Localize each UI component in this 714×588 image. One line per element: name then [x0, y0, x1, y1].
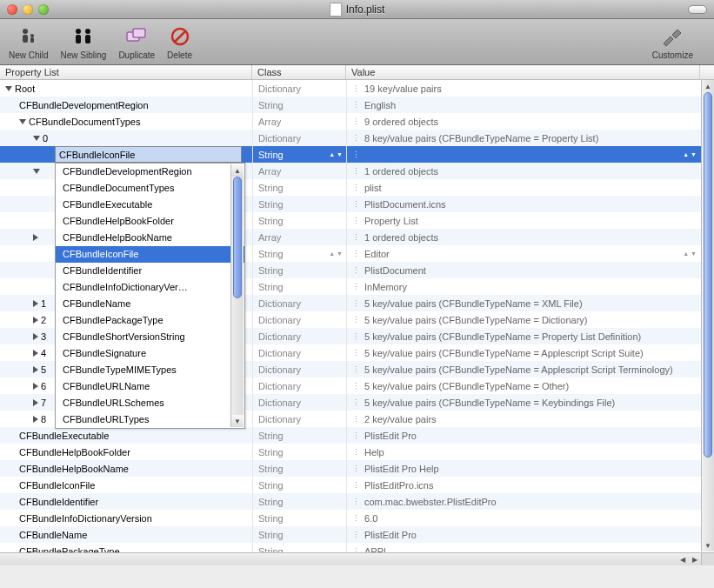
- table-row[interactable]: CFBundleNameString⋮PlistEdit Pro: [0, 526, 714, 543]
- row-value[interactable]: 5 key/value pairs (CFBundleTypeName = Ap…: [364, 348, 644, 358]
- row-value[interactable]: PlistEdit Pro: [364, 431, 417, 441]
- disclosure-triangle-icon[interactable]: [33, 350, 38, 357]
- row-value[interactable]: 5 key/value pairs (CFBundleTypeName = Pr…: [364, 331, 641, 342]
- disclosure-triangle-icon[interactable]: [33, 399, 38, 406]
- row-class[interactable]: String: [252, 212, 346, 229]
- dropdown-scrollbar[interactable]: ▲ ▼: [230, 164, 244, 427]
- horizontal-scrollbar[interactable]: ◀ ▶: [0, 552, 701, 565]
- autocomplete-dropdown[interactable]: CFBundleDevelopmentRegionCFBundleDocumen…: [55, 163, 245, 429]
- row-value[interactable]: plist: [364, 183, 382, 193]
- scroll-thumb[interactable]: [233, 177, 242, 298]
- table-row[interactable]: CFBundleIdentifierString⋮com.mac.bwebste…: [0, 493, 714, 510]
- row-value[interactable]: 19 key/value pairs: [364, 84, 442, 94]
- row-class[interactable]: Dictionary: [252, 295, 346, 311]
- row-class[interactable]: String: [252, 493, 346, 510]
- row-class[interactable]: Dictionary: [252, 378, 346, 394]
- scroll-up-icon[interactable]: ▲: [231, 164, 244, 177]
- row-class[interactable]: String: [252, 427, 346, 444]
- table-row[interactable]: CFBundleHelpBookNameString⋮PlistEdit Pro…: [0, 460, 714, 477]
- row-class[interactable]: String: [252, 179, 346, 196]
- row-value[interactable]: PlistEdit Pro: [364, 530, 417, 540]
- autocomplete-item[interactable]: CFBundleTypeMIMETypes: [56, 362, 244, 378]
- row-class[interactable]: String▲ ▼: [252, 146, 346, 163]
- row-class[interactable]: String: [252, 510, 346, 526]
- disclosure-triangle-icon[interactable]: [33, 317, 38, 324]
- autocomplete-item[interactable]: CFBundleSignature: [56, 345, 244, 362]
- autocomplete-item[interactable]: CFBundleInfoDictionaryVer…: [56, 279, 244, 296]
- disclosure-triangle-icon[interactable]: [33, 416, 38, 423]
- header-property-list[interactable]: Property List: [0, 65, 252, 79]
- row-class[interactable]: Dictionary: [252, 411, 346, 427]
- autocomplete-item[interactable]: CFBundleDocumentTypes: [56, 180, 244, 197]
- disclosure-triangle-icon[interactable]: [19, 119, 26, 124]
- row-class[interactable]: Dictionary: [252, 80, 346, 97]
- key-edit-cell[interactable]: [55, 146, 242, 163]
- row-value[interactable]: Editor: [364, 249, 390, 259]
- autocomplete-item[interactable]: CFBundleURLSchemes: [56, 395, 244, 411]
- row-value[interactable]: 2 key/value pairs: [364, 414, 437, 424]
- row-value[interactable]: 1 ordered objects: [364, 166, 438, 177]
- autocomplete-item[interactable]: CFBundlePackageType: [56, 312, 244, 329]
- vertical-scrollbar[interactable]: ▲ ▼: [701, 80, 714, 551]
- resize-corner[interactable]: [701, 552, 714, 565]
- row-value[interactable]: 5 key/value pairs (CFBundleTypeName = XM…: [364, 298, 583, 309]
- row-value[interactable]: 5 key/value pairs (CFBundleTypeName = Ap…: [364, 364, 673, 375]
- row-class[interactable]: String: [252, 444, 346, 460]
- disclosure-triangle-icon[interactable]: [33, 383, 38, 390]
- disclosure-triangle-icon[interactable]: [33, 333, 38, 340]
- row-value[interactable]: 9 ordered objects: [364, 117, 438, 127]
- row-class[interactable]: Dictionary: [252, 311, 346, 328]
- row-class[interactable]: String: [252, 278, 346, 295]
- row-class[interactable]: Dictionary: [252, 130, 346, 146]
- row-class[interactable]: Array: [252, 229, 346, 245]
- row-class[interactable]: String: [252, 262, 346, 278]
- scroll-left-icon[interactable]: ◀: [677, 553, 689, 565]
- delete-button[interactable]: Delete: [167, 24, 192, 60]
- row-class[interactable]: Array: [252, 163, 346, 179]
- toolbar-toggle-button[interactable]: [688, 5, 707, 14]
- row-value[interactable]: 1 ordered objects: [364, 232, 438, 243]
- row-value[interactable]: 8 key/value pairs (CFBundleTypeName = Pr…: [364, 133, 598, 144]
- row-class[interactable]: String: [252, 477, 346, 493]
- scroll-down-icon[interactable]: ▼: [231, 415, 244, 427]
- row-value[interactable]: com.mac.bwebster.PlistEditPro: [364, 497, 497, 507]
- row-class[interactable]: Dictionary: [252, 361, 346, 378]
- row-value[interactable]: English: [364, 100, 396, 110]
- class-stepper-icon[interactable]: ▲ ▼: [329, 152, 343, 157]
- new-sibling-button[interactable]: New Sibling: [61, 24, 107, 60]
- row-class[interactable]: Array: [252, 113, 346, 130]
- table-row[interactable]: RootDictionary⋮19 key/value pairs: [0, 80, 714, 97]
- autocomplete-item[interactable]: CFBundleName: [56, 296, 244, 312]
- row-value[interactable]: 5 key/value pairs (CFBundleTypeName = Di…: [364, 315, 587, 325]
- disclosure-triangle-icon[interactable]: [33, 300, 38, 307]
- row-value[interactable]: 6.0: [364, 513, 377, 524]
- row-class[interactable]: String: [252, 196, 346, 212]
- table-row[interactable]: CFBundleExecutableString⋮PlistEdit Pro: [0, 427, 714, 444]
- autocomplete-item[interactable]: CFBundleHelpBookFolder: [56, 213, 244, 230]
- row-value[interactable]: 5 key/value pairs (CFBundleTypeName = Ke…: [364, 398, 615, 408]
- zoom-button[interactable]: [38, 4, 49, 15]
- close-button[interactable]: [7, 4, 17, 15]
- autocomplete-item[interactable]: CFBundleIconFile: [56, 246, 244, 263]
- disclosure-triangle-icon[interactable]: [33, 169, 40, 174]
- row-value[interactable]: PlistDocument: [364, 265, 426, 276]
- autocomplete-item[interactable]: CFBundleDevelopmentRegion: [56, 164, 244, 180]
- row-value[interactable]: Property List: [364, 216, 418, 226]
- autocomplete-item[interactable]: CFBundleExecutable: [56, 197, 244, 213]
- table-row[interactable]: 0Dictionary⋮8 key/value pairs (CFBundleT…: [0, 130, 714, 146]
- autocomplete-item[interactable]: CFBundleURLTypes: [56, 411, 244, 428]
- row-value[interactable]: 5 key/value pairs (CFBundleTypeName = Ot…: [364, 381, 569, 391]
- scroll-down-icon[interactable]: ▼: [702, 539, 714, 551]
- class-stepper-icon[interactable]: ▲ ▼: [329, 251, 343, 256]
- value-stepper-icon[interactable]: ▲ ▼: [683, 152, 697, 157]
- disclosure-triangle-icon[interactable]: [5, 86, 12, 91]
- key-edit-input[interactable]: [56, 147, 241, 162]
- table-row[interactable]: CFBundleInfoDictionaryVersionString⋮6.0: [0, 510, 714, 526]
- table-row[interactable]: CFBundleIconFileString⋮PlistEditPro.icns: [0, 477, 714, 493]
- row-class[interactable]: Dictionary: [252, 344, 346, 361]
- value-stepper-icon[interactable]: ▲ ▼: [683, 251, 697, 256]
- row-value[interactable]: InMemory: [364, 282, 407, 292]
- row-value[interactable]: PlistDocument.icns: [364, 199, 446, 210]
- disclosure-triangle-icon[interactable]: [33, 366, 38, 373]
- row-class[interactable]: String: [252, 97, 346, 113]
